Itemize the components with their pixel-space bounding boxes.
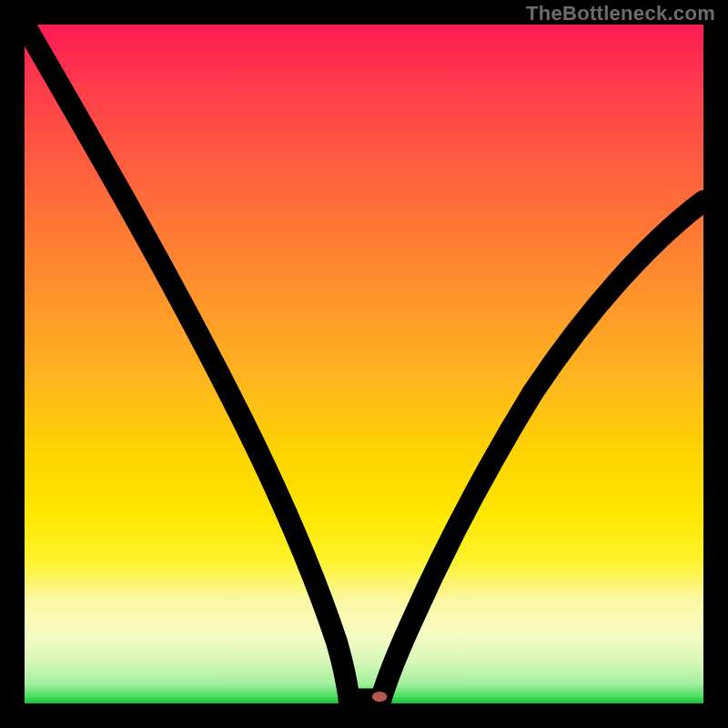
- curve-right-branch: [381, 201, 703, 700]
- minimum-marker: [372, 692, 387, 702]
- watermark-text: TheBottleneck.com: [526, 2, 715, 25]
- plot-area: [25, 25, 703, 703]
- chart-container: TheBottleneck.com: [0, 0, 728, 728]
- curve-left-branch: [25, 25, 349, 700]
- bottleneck-curve: [25, 25, 703, 703]
